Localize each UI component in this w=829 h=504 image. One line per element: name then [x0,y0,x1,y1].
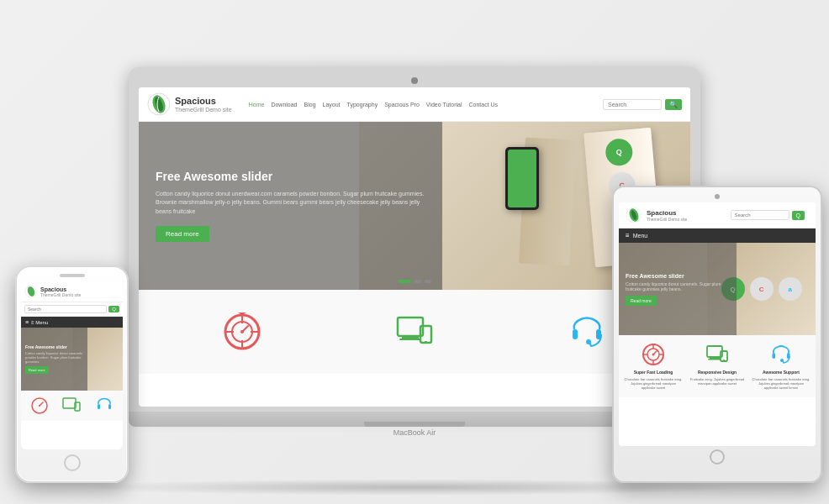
phone-search-input[interactable] [24,305,107,313]
phone-in-hero [505,147,539,210]
phone-feature-3 [94,396,114,416]
tablet-feature-support: Awesome Support Chocolate bar caramels f… [752,342,811,391]
tablet-site-header: Spacious ThemeGrill Demo site Q [619,202,816,228]
tablet-feature-responsive: Responsive Design Fruitcake icing. Jujub… [688,342,747,391]
tablet-hero-btn[interactable]: Read more [626,296,657,306]
svg-point-17 [39,405,40,407]
hero-text: Cotton candy liquorice donut unerdwear.c… [156,190,425,217]
nav-layout[interactable]: Layout [323,102,341,108]
tablet-feature-text-2: Fruitcake icing. Jujubes gingerbread mar… [688,377,747,386]
tablet-features: Super Fast Loading Chocolate bar caramel… [619,335,816,397]
hero-title: Free Awesome slider [156,170,425,183]
site-header: Spacious ThemeGrill Demo site Home Downl… [139,87,690,122]
svg-point-27 [652,354,655,356]
nav-contact[interactable]: Contact Us [468,102,498,108]
svg-rect-10 [425,341,427,343]
phone-hero-btn[interactable]: Read more [25,366,49,374]
feature-fast-loading [221,311,263,353]
site-tagline-laptop: ThemeGrill Demo site [175,107,232,113]
tablet-menu-bar[interactable]: ≡ Menu [619,228,816,243]
responsive-icon [393,311,436,353]
svg-rect-21 [108,404,111,409]
dot-3[interactable] [425,280,431,283]
phone-outer: Spacious ThemeGrill Demo site Q ≡ ≡ Menu [15,265,129,483]
svg-rect-8 [399,339,421,340]
phone-site-name: Spacious [40,286,81,292]
tablet-hero: Q C a Free Awesome slider Cotton candy l… [619,243,816,335]
nav-blog[interactable]: Blog [304,102,316,108]
tablet-search-area: Q [731,210,805,220]
tablet-feature-fast: Super Fast Loading Chocolate bar caramel… [624,342,683,391]
phone-fast-icon [29,396,50,416]
laptop-camera [411,77,418,84]
svg-rect-32 [723,360,725,361]
dot-2[interactable] [414,280,421,283]
svg-point-5 [240,330,244,333]
phone-search-button[interactable]: Q [108,306,119,312]
phone-home-button[interactable] [64,454,81,471]
tablet-tagline: ThemeGrill Demo site [647,217,687,222]
nav-typography[interactable]: Typography [347,102,378,108]
tablet-outer: Spacious ThemeGrill Demo site Q ≡ Menu [612,186,822,483]
site-logo: Spacious ThemeGrill Demo site [147,92,232,116]
tablet: Spacious ThemeGrill Demo site Q ≡ Menu [612,186,822,483]
svg-point-35 [780,359,784,362]
tablet-menu-icon: ≡ [626,232,630,239]
phone-menu-label: ≡ Menu [31,320,48,325]
features-row [139,290,690,374]
tablet-brand-c: C [750,277,774,301]
phone-hero-title: Free Awesome slider [25,344,83,349]
svg-rect-29 [710,357,720,359]
phone-site-header: Spacious ThemeGrill Demo site [21,281,123,302]
phone-speaker [60,274,85,277]
slider-dots [398,280,431,283]
scene: Spacious ThemeGrill Demo site Home Downl… [3,4,826,500]
tablet-hero-text: Cotton candy liquorice donut caramels. S… [626,281,730,292]
site-nav: Home Download Blog Layout Typography Spa… [249,102,603,108]
tablet-home-button[interactable] [710,449,725,465]
tablet-feature-title-2: Responsive Design [698,370,737,375]
phone: Spacious ThemeGrill Demo site Q ≡ ≡ Menu [15,265,129,483]
phone-feature-2 [61,396,82,416]
svg-point-13 [586,339,591,344]
nav-video[interactable]: Video Tutorial [426,102,462,108]
dot-1[interactable] [398,280,411,283]
tablet-feature-title-1: Super Fast Loading [634,370,673,375]
tablet-responsive-icon [705,342,730,367]
site-name-laptop: Spacious [175,96,232,107]
search-button[interactable]: 🔍 [665,99,682,110]
hero-content: Free Awesome slider Cotton candy liquori… [139,122,442,290]
tablet-hero-overlay: Free Awesome slider Cotton candy liquori… [619,243,737,335]
hero-slider: Q C a Fr [139,122,690,290]
phone-menu-bar[interactable]: ≡ ≡ Menu [21,317,123,328]
nav-download[interactable]: Download [271,102,297,108]
tablet-feature-text-1: Chocolate bar caramels fruitcake icing. … [624,377,683,391]
site-search: 🔍 [603,99,682,110]
phone-responsive-icon [61,396,82,416]
search-input[interactable] [603,99,662,110]
phone-features [21,391,123,421]
tablet-feature-title-3: Awesome Support [763,370,800,375]
svg-rect-20 [98,404,100,409]
phone-support-icon [94,396,114,416]
phone-search-bar: Q [21,302,123,317]
feature-responsive [393,311,436,353]
tablet-site-name: Spacious [647,209,687,217]
svg-rect-7 [402,336,419,339]
fast-loading-icon [221,311,263,353]
nav-spacious-pro[interactable]: Spacious Pro [384,102,420,108]
tablet-search-input[interactable] [731,210,789,220]
hero-cta-button[interactable]: Read more [156,226,209,242]
tablet-brand-a: a [779,277,802,301]
feature-support [566,311,608,353]
tablet-camera [715,194,720,199]
tablet-fast-icon [641,342,666,367]
phone-menu-icon: ≡ [25,319,29,325]
phone-logo-icon [24,285,38,298]
nav-home[interactable]: Home [249,102,265,108]
svg-rect-18 [63,398,76,408]
phone-hero-text: Cotton candy liquorice donut caramels po… [25,351,83,365]
phone-screen: Spacious ThemeGrill Demo site Q ≡ ≡ Menu [21,281,123,449]
phone-tagline: ThemeGrill Demo site [40,292,81,297]
tablet-search-button[interactable]: Q [792,211,805,220]
